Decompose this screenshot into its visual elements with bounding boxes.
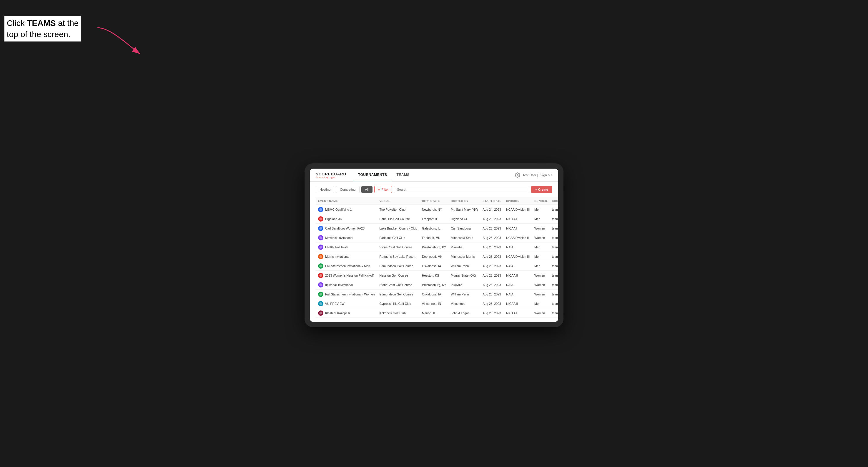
svg-point-13 (319, 312, 322, 314)
city-state-cell: Faribault, MN (420, 233, 448, 243)
gender-cell: Women (532, 280, 550, 289)
sign-out-link[interactable]: Sign out (540, 173, 552, 177)
scoring-cell: team, Stroke Play (550, 243, 558, 252)
tournaments-table: EVENT NAME VENUE CITY, STATE HOSTED BY S… (316, 197, 558, 318)
main-content: Hosting Competing All ☰ Filter + Create … (310, 182, 558, 322)
team-logo (318, 273, 323, 278)
table-row: Highland 36 Park Hills Golf CourseFreepo… (316, 214, 558, 224)
hosted-by-cell: John A Logan (448, 308, 480, 318)
scoring-cell: team, Stroke Play (550, 299, 558, 308)
col-start-date: START DATE (480, 197, 504, 205)
svg-point-12 (319, 302, 322, 305)
gender-cell: Women (532, 224, 550, 233)
city-state-cell: Freeport, IL (420, 214, 448, 224)
gender-cell: Men (532, 261, 550, 271)
city-state-cell: Marion, IL (420, 308, 448, 318)
svg-point-6 (319, 246, 322, 248)
event-name-cell: 2023 Women's Hesston Fall Kickoff (316, 271, 377, 280)
hosted-by-cell: Pikeville (448, 243, 480, 252)
team-logo (318, 254, 323, 259)
logo-subtitle: Powered by clippit (316, 176, 346, 178)
start-date-cell: Aug 25, 2023 (480, 214, 504, 224)
city-state-cell: Galesburg, IL (420, 224, 448, 233)
hosted-by-cell: Vincennes (448, 299, 480, 308)
all-filter-button[interactable]: All (361, 186, 372, 193)
venue-cell: Faribault Golf Club (377, 233, 419, 243)
svg-point-5 (319, 236, 322, 239)
city-state-cell: Newburgh, NY (420, 205, 448, 214)
hosting-filter-button[interactable]: Hosting (316, 186, 334, 193)
start-date-cell: Aug 28, 2023 (480, 261, 504, 271)
team-logo (318, 301, 323, 306)
division-cell: NAIA (504, 243, 532, 252)
team-logo (318, 226, 323, 231)
hosted-by-cell: Minnesota-Morris (448, 252, 480, 261)
division-cell: NICAA I (504, 224, 532, 233)
scoring-cell: team, Stroke Play (550, 308, 558, 318)
city-state-cell: Deerwood, MN (420, 252, 448, 261)
division-cell: NCAA Division II (504, 233, 532, 243)
gender-cell: Men (532, 252, 550, 261)
hosted-by-cell: Highland CC (448, 214, 480, 224)
filter-label: Filter (382, 188, 389, 191)
filter-button[interactable]: ☰ Filter (374, 186, 392, 193)
start-date-cell: Aug 24, 2023 (480, 205, 504, 214)
col-hosted-by: HOSTED BY (448, 197, 480, 205)
event-name-cell: Klash at Kokopelli (316, 308, 377, 318)
user-name: Test User | (523, 173, 538, 177)
event-name: Fall Statesmen Invitational - Men (325, 264, 370, 268)
table-row: Maverick Invitational Faribault Golf Clu… (316, 233, 558, 243)
create-button[interactable]: + Create (531, 186, 552, 193)
venue-cell: The Powelton Club (377, 205, 419, 214)
col-city-state: CITY, STATE (420, 197, 448, 205)
venue-cell: Cypress Hills Golf Club (377, 299, 419, 308)
scoring-cell: team, Stroke Play (550, 280, 558, 289)
settings-icon[interactable] (515, 173, 520, 178)
start-date-cell: Aug 28, 2023 (480, 252, 504, 261)
division-cell: NICAA I (504, 214, 532, 224)
event-name: upike fall invitational (325, 283, 353, 287)
city-state-cell: Oskaloosa, IA (420, 261, 448, 271)
table-row: UPIKE Fall Invite StoneCrest Golf Course… (316, 243, 558, 252)
venue-cell: Edmundson Golf Course (377, 261, 419, 271)
svg-point-9 (319, 274, 322, 277)
hosted-by-cell: William Penn (448, 261, 480, 271)
hosted-by-cell: Minnesota State (448, 233, 480, 243)
gender-cell: Women (532, 308, 550, 318)
tab-tournaments[interactable]: TOURNAMENTS (353, 168, 392, 181)
col-division: DIVISION (504, 197, 532, 205)
division-cell: NICAA I (504, 308, 532, 318)
instruction-text: Click TEAMS at thetop of the screen. (4, 16, 81, 41)
tablet-screen: SCOREBOARD Powered by clippit TOURNAMENT… (310, 168, 558, 322)
hosted-by-cell: William Penn (448, 289, 480, 299)
nav-right: Test User | Sign out (515, 173, 552, 178)
hosted-by-cell: Pikeville (448, 280, 480, 289)
competing-filter-button[interactable]: Competing (336, 186, 359, 193)
tab-teams[interactable]: TEAMS (392, 168, 414, 181)
start-date-cell: Aug 28, 2023 (480, 233, 504, 243)
start-date-cell: Aug 28, 2023 (480, 308, 504, 318)
gender-cell: Women (532, 289, 550, 299)
team-logo (318, 263, 323, 269)
gender-cell: Men (532, 205, 550, 214)
division-cell: NICAA II (504, 299, 532, 308)
event-name: Highland 36 (325, 217, 342, 221)
venue-cell: Hesston Golf Course (377, 271, 419, 280)
venue-cell: Edmundson Golf Course (377, 289, 419, 299)
table-row: 2023 Women's Hesston Fall Kickoff Hessto… (316, 271, 558, 280)
col-gender: GENDER (532, 197, 550, 205)
scoring-cell: team, Stroke Play (550, 261, 558, 271)
logo-title: SCOREBOARD (316, 172, 346, 176)
event-name-cell: Maverick Invitational (316, 233, 377, 243)
tablet-device: SCOREBOARD Powered by clippit TOURNAMENT… (305, 163, 563, 327)
city-state-cell: Hesston, KS (420, 271, 448, 280)
filter-bar: Hosting Competing All ☰ Filter + Create (316, 186, 552, 193)
search-input[interactable] (394, 186, 529, 193)
event-name: Morris Invitational (325, 255, 349, 258)
event-name-cell: Fall Statesmen Invitational - Men (316, 261, 377, 271)
table-row: VU PREVIEW Cypress Hills Golf ClubVincen… (316, 299, 558, 308)
event-name: Klash at Kokopelli (325, 311, 349, 315)
col-venue: VENUE (377, 197, 419, 205)
logo: SCOREBOARD Powered by clippit (316, 172, 346, 178)
nav-tabs: TOURNAMENTS TEAMS (353, 168, 515, 181)
